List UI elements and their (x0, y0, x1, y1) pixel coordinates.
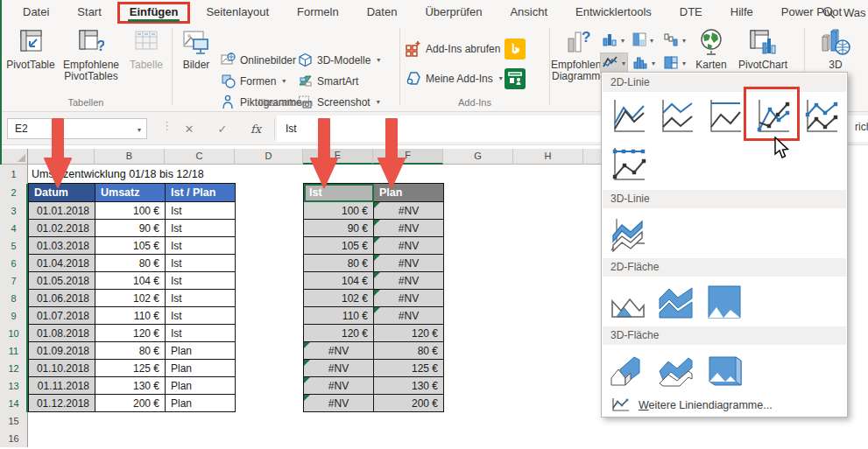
cell-value[interactable]: 102 € (304, 290, 374, 307)
cell-ist-plan[interactable]: Plan (166, 360, 236, 377)
onlinebilder-button[interactable]: Onlinebilder (221, 53, 296, 67)
stacked-area-option[interactable] (654, 280, 696, 322)
insert-function-button[interactable]: fx (243, 118, 268, 139)
cell-value[interactable]: 200 € (374, 395, 444, 412)
cell-umsatz[interactable]: 105 € (95, 237, 166, 255)
row-header-2[interactable]: 2 (0, 184, 27, 202)
3d-line-option[interactable] (606, 212, 648, 254)
cell-nv-error[interactable]: #NV (374, 220, 444, 237)
cell-ist-plan[interactable]: Ist (166, 237, 236, 255)
smartart-button[interactable]: SmartArt (298, 74, 358, 88)
cell-value[interactable]: 120 € (374, 325, 444, 342)
row-header-6[interactable]: 6 (0, 255, 27, 272)
select-all-button[interactable] (0, 149, 28, 165)
name-box[interactable]: E2 ▾ (7, 118, 147, 139)
tab-datei[interactable]: Datei (9, 0, 63, 25)
row-header-10[interactable]: 10 (0, 325, 27, 342)
cell-ist-plan[interactable]: Ist (166, 290, 236, 307)
header-cell[interactable]: Ist / Plan (166, 184, 236, 202)
column-header-D[interactable]: D (235, 149, 303, 165)
combo-chart-button[interactable]: ▾ (631, 30, 659, 51)
3d-karte-button[interactable]: 3D (811, 28, 860, 71)
cell-datum[interactable]: 01.08.2018 (29, 325, 95, 342)
tab-formeln[interactable]: Formeln (283, 0, 353, 25)
row-header-1[interactable]: 1 (0, 165, 27, 184)
column-header-C[interactable]: C (165, 149, 235, 165)
cell-value[interactable]: 130 € (374, 377, 444, 395)
row-header-8[interactable]: 8 (0, 290, 27, 307)
tab-dte[interactable]: DTE (666, 0, 716, 25)
row-header-4[interactable]: 4 (0, 220, 27, 237)
cell-nv-error[interactable]: #NV (374, 202, 444, 220)
100-stacked-line-with-markers-option[interactable] (606, 144, 648, 186)
addins-abrufen-button[interactable]: Add-Ins abrufen (405, 40, 500, 57)
cell-datum[interactable]: 01.07.2018 (29, 307, 95, 325)
3d-stacked-area-option[interactable] (654, 348, 696, 390)
cell-value[interactable]: 80 € (374, 342, 444, 360)
cell-umsatz[interactable]: 104 € (95, 272, 166, 290)
formen-button[interactable]: Formen ▾ (221, 74, 286, 88)
column-header-G[interactable]: G (443, 149, 513, 165)
name-box-caret-icon[interactable]: ▾ (138, 126, 141, 134)
tabelle-button[interactable]: Tabelle (124, 28, 168, 71)
pivotchart-button[interactable]: PivotChart (734, 28, 792, 71)
header-cell[interactable]: Umsatz (95, 184, 166, 202)
cancel-button[interactable]: ✕ (177, 118, 201, 139)
cell-umsatz[interactable]: 110 € (95, 307, 166, 325)
cell-nv-error[interactable]: #NV (374, 237, 444, 255)
cell-value[interactable]: 120 € (304, 325, 374, 342)
cell-ist-plan[interactable]: Ist (166, 202, 236, 220)
cell-umsatz[interactable]: 102 € (95, 290, 166, 307)
cell-ist-plan[interactable]: Ist (166, 307, 236, 325)
cell-nv-error[interactable]: #NV (304, 360, 374, 377)
100-stacked-line-option[interactable] (702, 95, 745, 137)
tab-hilfe[interactable]: Hilfe (716, 0, 767, 25)
100-stacked-area-option[interactable] (702, 280, 745, 322)
cell-umsatz[interactable]: 90 € (95, 220, 166, 237)
cell-ist-plan[interactable]: Ist (166, 255, 236, 272)
row-header-14[interactable]: 14 (0, 395, 27, 412)
row-header-11[interactable]: 11 (0, 342, 27, 360)
cell-umsatz[interactable]: 80 € (95, 255, 166, 272)
cell-umsatz[interactable]: 125 € (95, 360, 166, 377)
tab-überprüfen[interactable]: Überprüfen (411, 0, 496, 25)
column-header-B[interactable]: B (95, 149, 165, 165)
cell-nv-error[interactable]: #NV (304, 377, 374, 395)
cell-datum[interactable]: 01.01.2018 (29, 202, 95, 220)
cell-value[interactable]: 100 € (304, 202, 374, 220)
cell-datum[interactable]: 01.05.2018 (29, 272, 95, 290)
area-option[interactable] (606, 280, 648, 322)
row-header-5[interactable]: 5 (0, 237, 27, 255)
cell-datum[interactable]: 01.11.2018 (29, 377, 95, 395)
cell-umsatz[interactable]: 120 € (95, 325, 166, 342)
cell-datum[interactable]: 01.06.2018 (29, 290, 95, 307)
cell-ist-plan[interactable]: Ist (166, 220, 236, 237)
cell-value[interactable]: 104 € (304, 272, 374, 290)
row-header-3[interactable]: 3 (0, 202, 27, 220)
meine-addins-button[interactable]: Meine Add-Ins ▾ (405, 70, 503, 87)
cell-ist-plan[interactable]: Plan (166, 377, 236, 395)
tab-entwicklertools[interactable]: Entwicklertools (561, 0, 666, 25)
line-option[interactable] (606, 95, 648, 137)
3d-area-option[interactable] (606, 348, 648, 390)
bilder-button[interactable]: Bilder (177, 28, 215, 71)
column-chart-button[interactable]: ▾ (600, 30, 628, 51)
cell-ist-plan[interactable]: Plan (166, 342, 236, 360)
tab-einfügen[interactable]: Einfügen (116, 0, 193, 25)
tab-seitenlayout[interactable]: Seitenlayout (192, 0, 283, 25)
cell-datum[interactable]: 01.04.2018 (29, 255, 95, 272)
cell-value[interactable]: 110 € (304, 307, 374, 325)
empfohlene-pivottables-button[interactable]: ? Empfohlene PivotTables (58, 28, 124, 82)
cell-nv-error[interactable]: #NV (304, 342, 374, 360)
cell-umsatz[interactable]: 80 € (95, 342, 166, 360)
cell-value[interactable]: 80 € (304, 255, 374, 272)
cell-nv-error[interactable]: #NV (374, 290, 444, 307)
cell-nv-error[interactable]: #NV (374, 307, 444, 325)
3d-100-stacked-area-option[interactable] (702, 348, 745, 390)
3d-modelle-button[interactable]: 3D-Modelle ▾ (298, 53, 380, 67)
tab-daten[interactable]: Daten (353, 0, 412, 25)
stacked-line-option[interactable] (654, 95, 696, 137)
row-header-15[interactable]: 15 (0, 412, 27, 430)
histogram-chart-button[interactable]: ▾ (631, 53, 659, 74)
cell-ist-plan[interactable]: Ist (166, 325, 236, 342)
